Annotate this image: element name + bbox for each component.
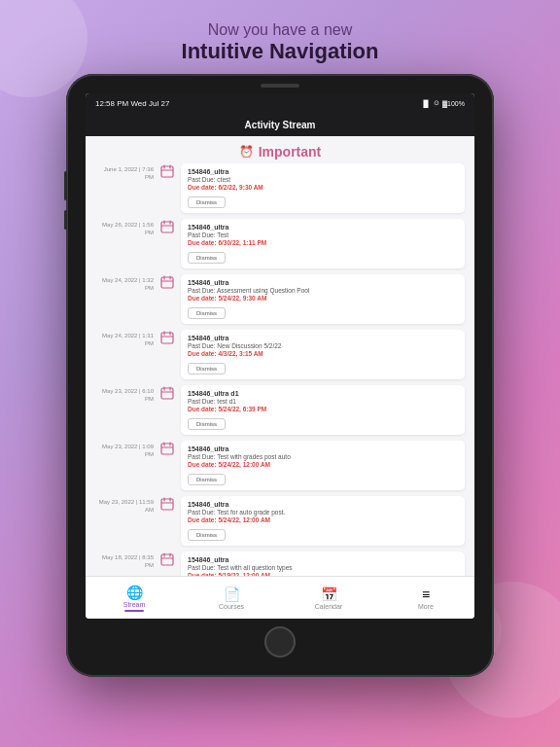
dismiss-button[interactable]: Dismiss: [188, 474, 226, 485]
svg-rect-4: [161, 222, 173, 232]
activity-due: Due date: 6/30/22, 1:11 PM: [188, 239, 458, 246]
svg-rect-24: [161, 499, 173, 510]
activity-content: 154846_ultra Past Due: New Discussion 5/…: [181, 330, 465, 379]
nav-item-stream[interactable]: 🌐 Stream: [86, 585, 183, 612]
activity-desc: Past Due: New Discussion 5/2/22: [188, 342, 458, 349]
activity-item: May 26, 2022 | 1:56 PM 154846_ultra Past…: [95, 219, 465, 268]
activity-icon: [159, 551, 175, 567]
activity-content: 154846_ultra d1 Past Due: test d1 Due da…: [181, 385, 465, 435]
activity-desc: Past Due: test d1: [188, 398, 458, 405]
ipad-speaker: [261, 84, 299, 88]
nav-icon: 📄: [224, 587, 240, 602]
status-icons: ▐▌ ⊙ ▓100%: [421, 99, 465, 107]
activity-icon: [159, 496, 175, 512]
activity-due: Due date: 5/24/22, 12:00 AM: [188, 516, 458, 523]
nav-label: Calendar: [315, 603, 342, 610]
activity-date: May 23, 2022 | 6:10 PM: [95, 385, 154, 435]
activity-desc: Past Due: Assessment using Question Pool: [188, 287, 458, 294]
activity-content: 154846_ultra Past Due: Test with all que…: [181, 551, 465, 576]
activity-list: June 1, 2022 | 7:36 PM 154846_ultra Past…: [86, 163, 474, 576]
dismiss-button[interactable]: Dismiss: [188, 196, 226, 208]
svg-rect-28: [161, 554, 173, 565]
activity-item: June 1, 2022 | 7:36 PM 154846_ultra Past…: [95, 163, 465, 213]
activity-course: 154846_ultra: [188, 224, 458, 231]
activity-content: 154846_ultra Past Due: Test for auto gra…: [181, 496, 465, 546]
header-subtitle: Now you have a new: [182, 21, 379, 39]
ipad-side-button: [64, 171, 67, 200]
activity-icon: [159, 163, 175, 179]
activity-due: Due date: 6/2/22, 9:30 AM: [188, 184, 458, 191]
battery-icon: ▓100%: [442, 100, 465, 107]
activity-due: Due date: 5/24/22, 9:30 AM: [188, 295, 458, 302]
svg-rect-16: [161, 388, 173, 399]
nav-label: Stream: [123, 601, 146, 608]
activity-item: May 24, 2022 | 1:31 PM 154846_ultra Past…: [95, 330, 465, 379]
activity-icon: [159, 274, 175, 290]
activity-course: 154846_ultra d1: [188, 390, 458, 397]
activity-content: 154846_ultra Past Due: Test Due date: 6/…: [181, 219, 465, 268]
dismiss-button[interactable]: Dismiss: [188, 307, 226, 319]
activity-date: May 18, 2022 | 8:35 PM: [95, 551, 154, 576]
ipad-screen: 12:58 PM Wed Jul 27 ▐▌ ⊙ ▓100% Activity …: [86, 93, 474, 619]
svg-rect-0: [161, 166, 173, 177]
activity-course: 154846_ultra: [188, 168, 458, 175]
nav-icon: 🌐: [126, 585, 143, 600]
nav-item-courses[interactable]: 📄 Courses: [183, 587, 280, 610]
nav-label: More: [418, 603, 434, 610]
activity-content: 154846_ultra Past Due: Assessment using …: [181, 274, 465, 324]
wifi-icon: ⊙: [434, 99, 439, 107]
dismiss-button[interactable]: Dismiss: [188, 529, 226, 541]
activity-desc: Past Due: ctest: [188, 176, 458, 183]
ipad-device: 12:58 PM Wed Jul 27 ▐▌ ⊙ ▓100% Activity …: [66, 74, 494, 677]
activity-icon: [159, 385, 175, 401]
activity-icon: [159, 219, 175, 234]
svg-rect-20: [161, 444, 173, 454]
status-time: 12:58 PM Wed Jul 27: [95, 99, 169, 108]
activity-desc: Past Due: Test: [188, 231, 458, 238]
nav-item-calendar[interactable]: 📅 Calendar: [280, 587, 377, 610]
ipad-home-button[interactable]: [264, 626, 296, 658]
activity-due: Due date: 5/24/22, 12:00 AM: [188, 461, 458, 468]
content-area[interactable]: ⏰ Important June 1, 2022 | 7:36 PM 15484…: [86, 136, 474, 576]
signal-icon: ▐▌: [421, 100, 431, 107]
svg-rect-8: [161, 277, 173, 288]
activity-course: 154846_ultra: [188, 556, 458, 563]
important-header: ⏰ Important: [86, 136, 474, 163]
header-title: Intuitive Navigation: [182, 39, 379, 64]
app-header: Activity Stream: [86, 113, 474, 136]
nav-label: Courses: [219, 603, 244, 610]
dismiss-button[interactable]: Dismiss: [188, 418, 226, 430]
activity-due: Due date: 4/3/22, 3:15 AM: [188, 350, 458, 357]
activity-desc: Past Due: Test with grades post auto: [188, 453, 458, 460]
dismiss-button[interactable]: Dismiss: [188, 252, 226, 264]
activity-course: 154846_ultra: [188, 445, 458, 452]
activity-date: May 24, 2022 | 1:31 PM: [95, 330, 154, 379]
activity-date: May 23, 2022 | 1:09 PM: [95, 441, 154, 490]
activity-item: May 23, 2022 | 1:09 PM 154846_ultra Past…: [95, 441, 465, 490]
dismiss-button[interactable]: Dismiss: [188, 363, 226, 374]
svg-rect-12: [161, 333, 173, 343]
activity-icon: [159, 330, 175, 345]
activity-date: June 1, 2022 | 7:36 PM: [95, 163, 154, 213]
activity-course: 154846_ultra: [188, 335, 458, 341]
activity-content: 154846_ultra Past Due: ctest Due date: 6…: [181, 163, 465, 213]
activity-content: 154846_ultra Past Due: Test with grades …: [181, 441, 465, 490]
activity-item: May 23, 2022 | 11:59 AM 154846_ultra Pas…: [95, 496, 465, 546]
nav-icon: ≡: [422, 587, 430, 602]
nav-item-more[interactable]: ≡ More: [377, 587, 474, 610]
status-bar: 12:58 PM Wed Jul 27 ▐▌ ⊙ ▓100%: [86, 93, 474, 113]
activity-date: May 24, 2022 | 1:32 PM: [95, 274, 154, 324]
activity-item: May 24, 2022 | 1:32 PM 154846_ultra Past…: [95, 274, 465, 324]
nav-underline: [124, 610, 144, 612]
header-section: Now you have a new Intuitive Navigation: [182, 21, 379, 64]
important-label: Important: [259, 144, 322, 160]
activity-desc: Past Due: Test with all question types: [188, 564, 458, 571]
nav-icon: 📅: [321, 587, 337, 602]
activity-course: 154846_ultra: [188, 501, 458, 508]
activity-item: May 23, 2022 | 6:10 PM 154846_ultra d1 P…: [95, 385, 465, 435]
activity-course: 154846_ultra: [188, 279, 458, 286]
activity-desc: Past Due: Test for auto grade post.: [188, 509, 458, 516]
activity-due: Due date: 5/24/22, 6:39 PM: [188, 406, 458, 412]
ipad-side-button2: [64, 210, 67, 230]
bell-icon: ⏰: [239, 145, 254, 159]
